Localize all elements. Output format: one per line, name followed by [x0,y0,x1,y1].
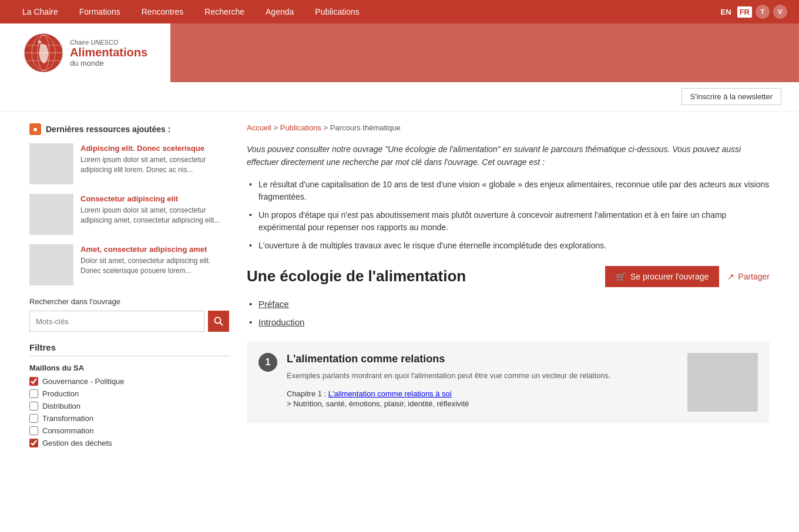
filter-checkbox-distribution[interactable] [29,402,38,410]
book-header: Une écologie de l'alimentation 🛒 Se proc… [247,266,770,287]
filter-item-transformation: Transformation [29,414,229,423]
filters-title: Filtres [29,342,229,356]
breadcrumb-sep2: > [321,123,330,132]
partager-button[interactable]: ↗ Partager [727,272,770,281]
resource-thumb-3 [29,244,73,285]
rss-title: Dernières ressources ajoutées : [46,124,170,134]
lang-fr[interactable]: FR [737,6,752,18]
filter-label-transformation[interactable]: Transformation [42,414,93,423]
newsletter-button[interactable]: S'inscrire à la newsletter [682,88,781,105]
chapter-sub-label: Chapitre 1 : [287,389,326,398]
toc-item-preface: Préface [247,299,770,309]
newsletter-bar: S'inscrire à la newsletter [0,82,799,112]
resource-title-3[interactable]: Amet, consectetur adipiscing amet [80,245,207,254]
bullet-2: Un propos d'étape qui n'est pas aboutiss… [247,209,770,234]
search-section: Rechercher dans l'ouvrage [29,297,229,332]
nav-formations[interactable]: Formations [69,0,131,23]
intro-text: Vous pouvez consulter notre ouvrage "Une… [247,143,770,169]
list-item: Amet, consectetur adipiscing amet Dolor … [29,244,229,285]
filter-group-title: Maillons du SA [29,363,229,372]
filter-item-gouvernance: Gouvernance - Politique [29,377,229,386]
chapter-subtext: > Nutrition, santé, émotions, plaisir, i… [287,399,678,408]
share-icon: ↗ [727,272,734,281]
logo-text-main: Alimentations [70,46,147,59]
nav-right: EN FR T V [719,5,787,19]
filter-checkbox-dechets[interactable] [29,439,38,447]
bullet-3: L'ouverture à de multiples travaux avec … [247,240,770,252]
vimeo-icon[interactable]: V [773,5,787,19]
filter-label-distribution[interactable]: Distribution [42,402,80,410]
sidebar: ■ Dernières ressources ajoutées : Adipis… [29,123,229,451]
lang-en[interactable]: EN [719,6,734,18]
nav-recherche[interactable]: Recherche [194,0,255,23]
chapter-number: 1 [258,353,277,372]
breadcrumb-home[interactable]: Accueil [247,123,271,132]
list-item: Adipiscing elit. Donec scelerisque Lorem… [29,143,229,184]
main-content: Accueil > Publications > Parcours thémat… [247,123,770,451]
search-button[interactable] [208,311,229,332]
resource-excerpt-2: Lorem ipsum dolor sit amet, consectetur … [80,206,229,225]
twitter-icon[interactable]: T [756,5,770,19]
resource-title-1[interactable]: Adipiscing elit. Donec scelerisque [80,144,204,153]
svg-line-7 [220,323,223,326]
chapter-card: 1 L'alimentation comme relations Exemple… [247,341,770,423]
breadcrumb: Accueil > Publications > Parcours thémat… [247,123,770,132]
rss-icon: ■ [29,123,41,135]
book-actions: 🛒 Se procurer l'ouvrage ↗ Partager [605,266,770,287]
resource-thumb-2 [29,194,73,235]
header-banner: Chaire UNESCO Alimentations du monde [0,23,799,82]
cart-icon: 🛒 [616,272,626,281]
procurer-label: Se procurer l'ouvrage [630,272,709,281]
resource-excerpt-3: Dolor sit amet, consectetur adipiscing e… [80,256,229,276]
nav-la-chaire[interactable]: La Chaire [12,0,69,23]
filter-label-production[interactable]: Production [42,389,79,398]
logo-globe-icon [23,32,64,73]
filter-item-consommation: Consommation [29,426,229,435]
chapter-link[interactable]: L'alimentation comme relations à soi [328,389,452,398]
partager-label: Partager [738,272,770,281]
procurer-button[interactable]: 🛒 Se procurer l'ouvrage [605,266,719,287]
filter-label-dechets[interactable]: Gestion des déchets [42,439,112,447]
logo-box: Chaire UNESCO Alimentations du monde [0,23,170,82]
nav-rencontres[interactable]: Rencontres [131,0,194,23]
nav-publications[interactable]: Publications [304,0,370,23]
breadcrumb-sep1: > [271,123,280,132]
toc-link-introduction[interactable]: Introduction [258,317,304,327]
chapter-link-label: Chapitre 1 : L'alimentation comme relati… [287,389,678,398]
main-layout: ■ Dernières ressources ajoutées : Adipis… [18,112,781,463]
book-title: Une écologie de l'alimentation [247,267,466,285]
main-nav: La Chaire Formations Rencontres Recherch… [0,0,799,23]
logo-text-sub: du monde [70,59,147,68]
resource-excerpt-1: Lorem ipsum dolor sit amet, consectetur … [80,155,229,175]
filter-checkbox-consommation[interactable] [29,426,38,435]
filter-item-dechets: Gestion des déchets [29,439,229,447]
filter-label-consommation[interactable]: Consommation [42,426,93,435]
filter-item-production: Production [29,389,229,398]
search-icon [214,316,223,326]
resource-title-2[interactable]: Consectetur adipiscing elit [80,194,178,203]
filter-checkbox-production[interactable] [29,389,38,398]
search-label: Rechercher dans l'ouvrage [29,297,229,306]
toc-list: Préface Introduction [247,299,770,327]
chapter-title: L'alimentation comme relations [287,353,678,365]
banner-pattern [170,23,799,82]
chapter-description: Exemples parlants montrant en quoi l'ali… [287,370,678,382]
filter-item-distribution: Distribution [29,402,229,410]
svg-point-6 [215,318,221,324]
filters-section: Filtres Maillons du SA Gouvernance - Pol… [29,342,229,447]
logo-text-top: Chaire UNESCO [70,39,147,46]
search-input[interactable] [29,311,204,332]
list-item: Consectetur adipiscing elit Lorem ipsum … [29,194,229,235]
breadcrumb-publications[interactable]: Publications [280,123,321,132]
nav-agenda[interactable]: Agenda [255,0,304,23]
intro-bullets: Le résultat d'une capitalisation de 10 a… [247,179,770,252]
filter-label-gouvernance[interactable]: Gouvernance - Politique [42,377,124,386]
filter-checkbox-gouvernance[interactable] [29,377,38,386]
toc-link-preface[interactable]: Préface [258,299,289,309]
resource-thumb-1 [29,143,73,184]
chapter-thumbnail [687,353,758,412]
breadcrumb-current: Parcours thématique [330,123,401,132]
filter-checkbox-transformation[interactable] [29,414,38,423]
bullet-1: Le résultat d'une capitalisation de 10 a… [247,179,770,203]
toc-item-introduction: Introduction [247,317,770,327]
